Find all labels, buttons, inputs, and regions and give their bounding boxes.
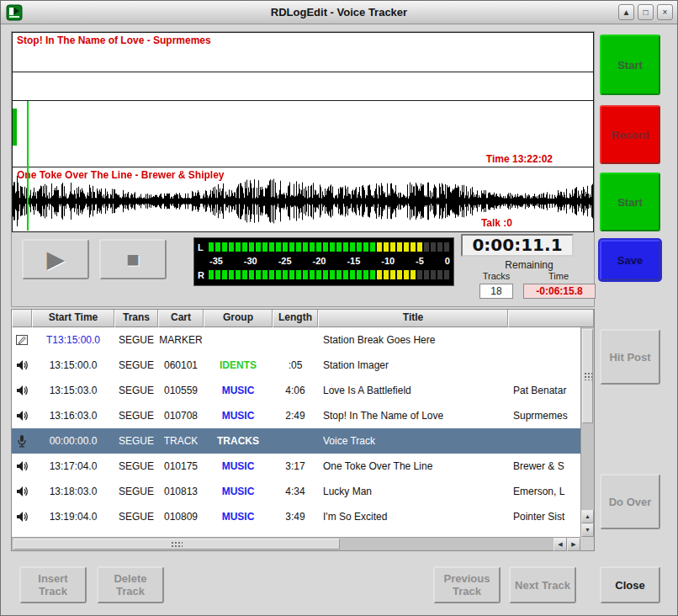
window-title: RDLogEdit - Voice Tracker bbox=[1, 1, 677, 24]
save-button[interactable]: Save bbox=[600, 240, 660, 280]
horizontal-scrollbar[interactable]: ◀ ▶ bbox=[12, 537, 580, 550]
record-button[interactable]: Record bbox=[600, 105, 660, 164]
vertical-scrollbar-track[interactable] bbox=[581, 327, 594, 510]
cell-trans: SEGUE bbox=[114, 334, 158, 346]
hit-post-button[interactable]: Hit Post bbox=[600, 329, 660, 385]
scroll-left-icon[interactable]: ◀ bbox=[554, 538, 567, 551]
meter-left-segments bbox=[209, 242, 451, 252]
voicetrack-record-pane[interactable]: Time 13:22:02 bbox=[13, 101, 593, 167]
play-button[interactable]: ▶ bbox=[22, 239, 89, 279]
horizontal-scrollbar-track[interactable] bbox=[12, 538, 554, 550]
insert-track-button[interactable]: Insert Track bbox=[19, 566, 87, 603]
cell-length: 2:49 bbox=[273, 410, 318, 422]
log-row[interactable]: 13:16:03.0SEGUE010708MUSIC2:49Stop! In T… bbox=[12, 403, 580, 428]
cell-group: IDENTS bbox=[204, 359, 273, 371]
col-trans[interactable]: Trans bbox=[114, 310, 158, 327]
cell-group: MUSIC bbox=[204, 511, 273, 523]
col-cart[interactable]: Cart bbox=[158, 310, 204, 327]
playhead-cursor[interactable] bbox=[27, 101, 29, 231]
cell-length: 3:17 bbox=[273, 460, 318, 472]
log-row[interactable]: 13:15:03.0SEGUE010559MUSIC4:06Love Is A … bbox=[12, 378, 580, 403]
cell-trans: SEGUE bbox=[114, 486, 158, 497]
cell-artist: Pointer Sist bbox=[508, 511, 580, 523]
cell-title: Love Is A Battlefield bbox=[318, 385, 508, 396]
col-artist[interactable] bbox=[508, 310, 594, 327]
record-time-label: Time 13:22:02 bbox=[486, 153, 553, 165]
log-row[interactable]: 13:17:04.0SEGUE010175MUSIC3:17One Toke O… bbox=[12, 454, 580, 479]
col-group[interactable]: Group bbox=[204, 310, 273, 327]
next-track-button[interactable]: Next Track bbox=[509, 566, 576, 603]
col-icon[interactable] bbox=[12, 310, 32, 327]
maximize-icon[interactable]: □ bbox=[638, 4, 654, 20]
meter-left-label: L bbox=[198, 242, 209, 252]
track1-title: Stop! In The Name of Love - Suprmemes bbox=[17, 35, 211, 46]
col-start-time[interactable]: Start Time bbox=[32, 310, 114, 327]
shade-icon[interactable]: ▲ bbox=[618, 4, 634, 20]
cell-artist: Emerson, L bbox=[508, 486, 580, 497]
voice-tracker-panel: Stop! In The Name of Love - Suprmemes Ti… bbox=[11, 31, 595, 307]
log-table-header[interactable]: Start Time Trans Cart Group Length Title bbox=[12, 310, 594, 327]
cell-group: MUSIC bbox=[204, 460, 273, 472]
speaker-icon bbox=[12, 459, 32, 473]
scroll-down-icon[interactable]: ▼ bbox=[581, 523, 594, 537]
track1-pane[interactable]: Stop! In The Name of Love - Suprmemes bbox=[13, 33, 593, 72]
col-title[interactable]: Title bbox=[318, 310, 508, 327]
marker-icon bbox=[12, 333, 32, 347]
cell-title: I'm So Excited bbox=[318, 511, 508, 523]
remaining-panel: Remaining Tracks Time 18 -0:06:15.8 bbox=[461, 259, 597, 305]
close-icon[interactable]: × bbox=[657, 4, 673, 20]
stop-icon: ■ bbox=[126, 247, 140, 272]
cell-length: 3:49 bbox=[273, 511, 318, 523]
talk-time-label: Talk :0 bbox=[481, 217, 512, 229]
vertical-scrollbar[interactable]: ▲ ▼ bbox=[580, 327, 594, 537]
thumb-grip bbox=[584, 372, 592, 380]
voice-tracker-window: RDLogEdit - Voice Tracker ▲ □ × Stop! In… bbox=[0, 0, 678, 616]
log-row[interactable]: 13:20:04.0SEGUE010705MUSIC3:36(Sittin' O… bbox=[12, 529, 580, 537]
speaker-icon bbox=[12, 510, 32, 523]
close-button[interactable]: Close bbox=[600, 566, 660, 603]
transport-bar: ▶ ■ L -35-30-25-20-15-10-50 R 0:00:11.1 … bbox=[12, 232, 594, 306]
stop-button[interactable]: ■ bbox=[99, 239, 167, 279]
audio-meter: L -35-30-25-20-15-10-50 R bbox=[193, 237, 454, 286]
track1-subpane[interactable] bbox=[13, 72, 593, 101]
waveform-area[interactable]: Stop! In The Name of Love - Suprmemes Ti… bbox=[12, 32, 594, 232]
horizontal-scrollbar-thumb[interactable] bbox=[13, 539, 340, 550]
start-track2-button[interactable]: Start bbox=[600, 173, 660, 231]
start-track1-button[interactable]: Start bbox=[600, 35, 660, 95]
scroll-right-icon[interactable]: ▶ bbox=[567, 538, 580, 551]
cell-trans: SEGUE bbox=[114, 410, 158, 422]
previous-track-button[interactable]: Previous Track bbox=[433, 566, 501, 603]
play-icon: ▶ bbox=[47, 247, 64, 272]
cell-length: 4:06 bbox=[273, 385, 318, 396]
cell-start-time: 13:17:04.0 bbox=[32, 460, 114, 472]
title-bar[interactable]: RDLogEdit - Voice Tracker ▲ □ × bbox=[1, 1, 677, 24]
do-over-button[interactable]: Do Over bbox=[600, 474, 660, 529]
log-row[interactable]: 13:18:03.0SEGUE010813MUSIC4:34Lucky ManE… bbox=[12, 479, 580, 504]
cell-start-time: 13:15:03.0 bbox=[32, 385, 114, 396]
scrollbar-corner bbox=[580, 537, 594, 550]
cell-start-time: 13:16:03.0 bbox=[32, 410, 114, 422]
cell-length: 4:34 bbox=[273, 486, 318, 497]
cell-start-time: 00:00:00.0 bbox=[32, 435, 114, 447]
cell-trans: SEGUE bbox=[114, 435, 158, 447]
scroll-up-icon[interactable]: ▲ bbox=[581, 510, 594, 523]
cell-artist: Brewer & S bbox=[508, 460, 580, 472]
cell-cart: 010813 bbox=[158, 486, 204, 497]
log-row[interactable]: 13:15:00.0SEGUE060101IDENTS:05Station Im… bbox=[12, 353, 580, 378]
log-row[interactable]: 00:00:00.0SEGUETRACKTRACKSVoice Track bbox=[12, 428, 580, 454]
vertical-scrollbar-thumb[interactable] bbox=[582, 329, 593, 423]
log-row[interactable]: 13:19:04.0SEGUE010809MUSIC3:49I'm So Exc… bbox=[12, 504, 580, 529]
log-row[interactable]: T13:15:00.0SEGUEMARKERStation Break Goes… bbox=[12, 327, 580, 353]
remaining-time-label: Time bbox=[527, 271, 591, 281]
col-length[interactable]: Length bbox=[273, 310, 318, 327]
cell-start-time: 13:19:04.0 bbox=[32, 511, 114, 523]
cell-trans: SEGUE bbox=[114, 385, 158, 396]
cell-trans: SEGUE bbox=[114, 460, 158, 472]
track2-pane[interactable]: One Toke Over The Line - Brewer & Shiple… bbox=[13, 167, 593, 231]
delete-track-button[interactable]: Delete Track bbox=[97, 566, 164, 603]
microphone-icon bbox=[12, 434, 32, 448]
thumb-grip bbox=[171, 541, 183, 548]
cell-title: One Toke Over The Line bbox=[318, 460, 508, 472]
cell-group: MUSIC bbox=[204, 385, 273, 396]
log-rows: T13:15:00.0SEGUEMARKERStation Break Goes… bbox=[12, 327, 580, 537]
